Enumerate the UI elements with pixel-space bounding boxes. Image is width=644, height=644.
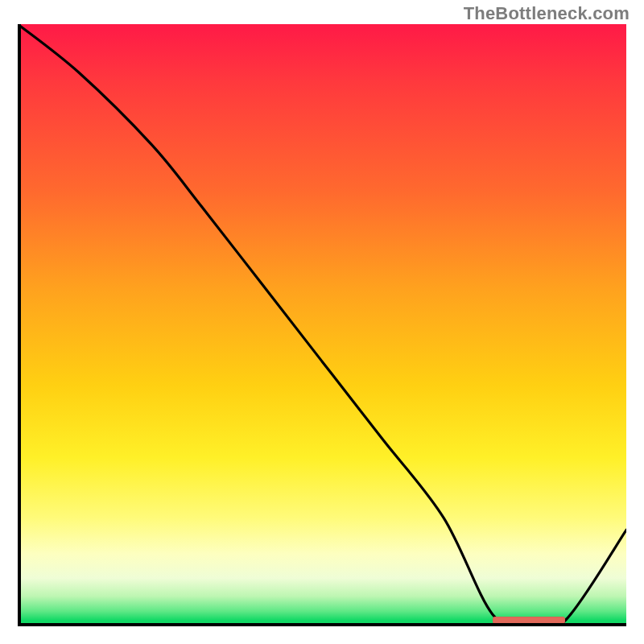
optimal-range-marker <box>493 617 566 624</box>
watermark-text: TheBottleneck.com <box>464 3 630 24</box>
bottleneck-curve <box>18 24 626 626</box>
chart-container: TheBottleneck.com <box>0 0 644 644</box>
plot-area <box>18 24 626 626</box>
